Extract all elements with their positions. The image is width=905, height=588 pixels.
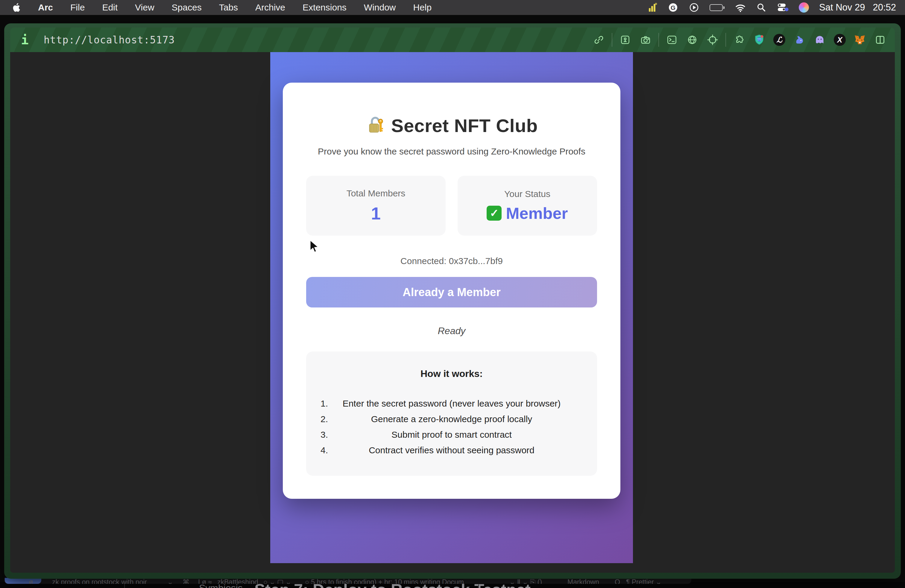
metamask-icon[interactable] — [854, 33, 866, 46]
rabbit-icon[interactable] — [793, 33, 806, 46]
your-status-value: ✓ Member — [487, 204, 568, 222]
copy-link-icon[interactable] — [592, 33, 605, 46]
bar-fragment: zkBattleshipd — [217, 578, 258, 584]
editor-window-bar[interactable]: ø zk proofs on rootstock with noir ⌄ ⌘ L… — [4, 578, 691, 584]
step-text: Generate a zero-knowledge proof locally — [306, 414, 597, 424]
menu-status-area: G Sat Nov 29 20:52 — [647, 2, 896, 13]
check-mark-icon: ✓ — [487, 206, 502, 221]
menu-clock[interactable]: Sat Nov 29 20:52 — [819, 2, 896, 13]
list-item: 4. Contract verifies without seeing pass… — [306, 445, 597, 461]
bar-fragment: Lø ≈ — [198, 578, 212, 584]
wifi-icon[interactable] — [735, 2, 746, 13]
total-members-box: Total Members 1 — [306, 176, 446, 236]
grammarly-icon[interactable]: G — [668, 2, 678, 13]
step-text: Submit proof to smart contract — [306, 430, 597, 440]
step-text: Enter the secret password (never leaves … — [306, 399, 597, 408]
menu-item-file[interactable]: File — [62, 2, 94, 13]
bar-fragment: ⌄ Ⅱ ⌄ ⎘ () — [510, 578, 542, 584]
step-number: 3. — [321, 430, 328, 440]
app-background-panel: Secret NFT Club Prove you know the secre… — [270, 52, 633, 563]
editor-blue-button[interactable] — [5, 578, 41, 584]
menu-item-view[interactable]: View — [126, 2, 163, 13]
browser-viewport: Secret NFT Club Prove you know the secre… — [10, 52, 895, 573]
bar-fragment: Markdown — [567, 578, 599, 584]
picture-in-picture-icon[interactable] — [619, 33, 632, 46]
total-members-label: Total Members — [346, 188, 405, 199]
step-number: 4. — [321, 445, 328, 455]
menu-item-spaces[interactable]: Spaces — [163, 2, 210, 13]
x-app-icon[interactable]: X — [834, 34, 846, 46]
bar-fragment: ⌘ — [183, 578, 189, 584]
bar-fragment: ⌄ — [167, 578, 173, 584]
secret-nft-club-card: Secret NFT Club Prove you know the secre… — [283, 83, 621, 499]
window-divider — [478, 585, 479, 588]
web-globe-icon[interactable] — [686, 33, 699, 46]
url-bar[interactable]: http://localhost:5173 — [44, 34, 175, 46]
menu-item-arc[interactable]: Arc — [29, 2, 62, 13]
step-number: 2. — [321, 414, 328, 424]
how-it-works-list: 1. Enter the secret password (never leav… — [306, 399, 597, 461]
battery-icon[interactable] — [710, 4, 724, 11]
total-members-value: 1 — [371, 203, 381, 223]
clock-date: Sat Nov 29 — [819, 2, 865, 13]
site-info-icon[interactable]: i — [19, 33, 31, 46]
connected-address: Connected: 0x37cb...7bf9 — [306, 256, 597, 266]
control-toggles-icon[interactable] — [776, 2, 789, 13]
screenshot-camera-icon[interactable] — [639, 33, 652, 46]
element-picker-target-icon[interactable] — [706, 33, 719, 46]
menu-bar: Arc File Edit View Spaces Tabs Archive E… — [0, 0, 905, 15]
bar-fragment: Q — [615, 578, 620, 584]
menu-item-tabs[interactable]: Tabs — [210, 2, 247, 13]
step-text: Contract verifies without seeing passwor… — [306, 445, 597, 455]
spotlight-search-icon[interactable] — [756, 2, 767, 13]
menu-item-archive[interactable]: Archive — [247, 2, 294, 13]
bar-fragment: ○ 5 hrs to finish coding) + hr: 10 mins … — [305, 578, 464, 584]
page-subtitle: Prove you know the secret password using… — [306, 146, 597, 157]
bar-fragment: ¶ Prettier ⌄ — [626, 578, 662, 584]
arc-browser-window: i http://localhost:5173 — [4, 23, 901, 579]
split-view-icon[interactable] — [874, 33, 886, 46]
bar-fragment: zk proofs on rootstock with noir — [52, 578, 147, 584]
browser-toolbar: i http://localhost:5173 — [10, 27, 895, 52]
siri-icon[interactable] — [799, 2, 809, 13]
menu-item-window[interactable]: Window — [355, 2, 405, 13]
your-status-box: Your Status ✓ Member — [457, 176, 597, 236]
list-item: 3. Submit proof to smart contract — [306, 430, 597, 445]
member-text: Member — [506, 204, 568, 222]
extensions-puzzle-icon[interactable] — [733, 33, 745, 46]
loom-icon[interactable]: ℒ — [773, 34, 785, 46]
play-circle-icon[interactable] — [689, 2, 699, 13]
bar-fragment: ○ ⌄ ▢ ⌄ — [264, 578, 291, 584]
menu-item-extensions[interactable]: Extensions — [294, 2, 355, 13]
phantom-wallet-icon[interactable] — [813, 33, 826, 46]
how-it-works-box: How it works: 1. Enter the secret passwo… — [306, 351, 597, 476]
clock-time: 20:52 — [873, 2, 896, 13]
svg-text:G: G — [671, 4, 675, 11]
list-item: 1. Enter the secret password (never leav… — [306, 399, 597, 414]
page-title: Secret NFT Club — [306, 115, 597, 136]
already-member-button[interactable]: Already a Member — [306, 277, 597, 307]
stocks-icon[interactable] — [647, 2, 657, 13]
bar-fragment: ø — [29, 578, 33, 584]
how-it-works-heading: How it works: — [306, 368, 597, 379]
mouse-cursor — [309, 240, 322, 256]
status-text: Ready — [306, 326, 597, 337]
list-item: 2. Generate a zero-knowledge proof local… — [306, 414, 597, 430]
your-status-label: Your Status — [504, 189, 550, 199]
menu-item-edit[interactable]: Edit — [94, 2, 126, 13]
locked-with-key-icon — [365, 115, 385, 136]
menu-item-help[interactable]: Help — [405, 2, 441, 13]
stats-row: Total Members 1 Your Status ✓ Member — [306, 176, 597, 236]
devtools-terminal-icon[interactable] — [665, 33, 678, 46]
menu-left: Arc File Edit View Spaces Tabs Archive E… — [9, 2, 440, 13]
step-number: 1. — [321, 399, 328, 408]
page-title-text: Secret NFT Club — [391, 115, 538, 136]
adblock-shield-icon[interactable] — [753, 33, 765, 46]
apple-logo-icon[interactable] — [11, 2, 21, 13]
